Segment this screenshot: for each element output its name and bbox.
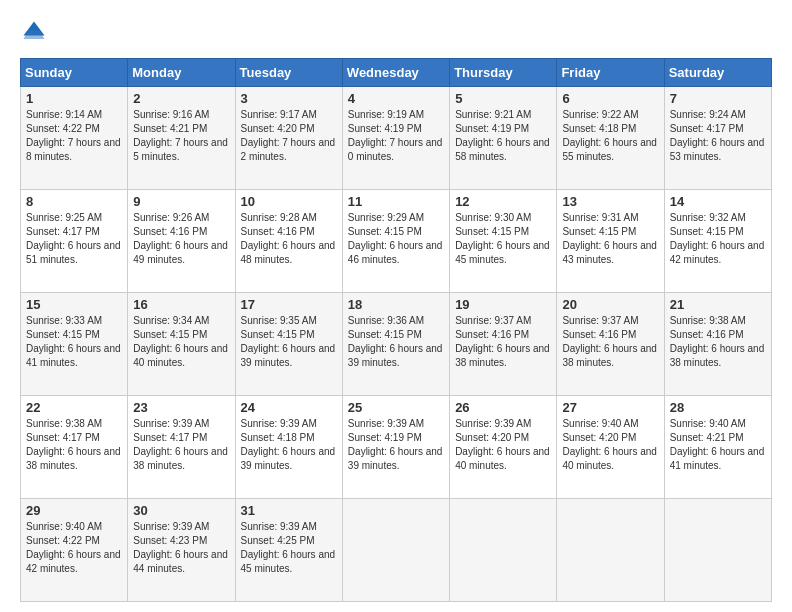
calendar-cell: 13Sunrise: 9:31 AMSunset: 4:15 PMDayligh…	[557, 190, 664, 293]
calendar-cell: 14Sunrise: 9:32 AMSunset: 4:15 PMDayligh…	[664, 190, 771, 293]
calendar-cell: 27Sunrise: 9:40 AMSunset: 4:20 PMDayligh…	[557, 396, 664, 499]
day-number: 2	[133, 91, 229, 106]
calendar-cell: 16Sunrise: 9:34 AMSunset: 4:15 PMDayligh…	[128, 293, 235, 396]
day-number: 14	[670, 194, 766, 209]
header	[20, 18, 772, 46]
day-number: 18	[348, 297, 444, 312]
day-number: 8	[26, 194, 122, 209]
day-number: 10	[241, 194, 337, 209]
cell-info: Sunrise: 9:31 AMSunset: 4:15 PMDaylight:…	[562, 212, 657, 265]
cell-info: Sunrise: 9:26 AMSunset: 4:16 PMDaylight:…	[133, 212, 228, 265]
day-number: 17	[241, 297, 337, 312]
calendar-cell: 17Sunrise: 9:35 AMSunset: 4:15 PMDayligh…	[235, 293, 342, 396]
cell-info: Sunrise: 9:40 AMSunset: 4:21 PMDaylight:…	[670, 418, 765, 471]
calendar-cell: 6Sunrise: 9:22 AMSunset: 4:18 PMDaylight…	[557, 87, 664, 190]
day-number: 12	[455, 194, 551, 209]
calendar-header-row: SundayMondayTuesdayWednesdayThursdayFrid…	[21, 59, 772, 87]
day-number: 27	[562, 400, 658, 415]
day-number: 5	[455, 91, 551, 106]
day-number: 9	[133, 194, 229, 209]
cell-info: Sunrise: 9:16 AMSunset: 4:21 PMDaylight:…	[133, 109, 228, 162]
calendar-week-3: 15Sunrise: 9:33 AMSunset: 4:15 PMDayligh…	[21, 293, 772, 396]
day-number: 31	[241, 503, 337, 518]
cell-info: Sunrise: 9:38 AMSunset: 4:17 PMDaylight:…	[26, 418, 121, 471]
day-number: 20	[562, 297, 658, 312]
day-number: 16	[133, 297, 229, 312]
logo	[20, 18, 52, 46]
calendar-cell: 18Sunrise: 9:36 AMSunset: 4:15 PMDayligh…	[342, 293, 449, 396]
cell-info: Sunrise: 9:29 AMSunset: 4:15 PMDaylight:…	[348, 212, 443, 265]
cell-info: Sunrise: 9:35 AMSunset: 4:15 PMDaylight:…	[241, 315, 336, 368]
cell-info: Sunrise: 9:34 AMSunset: 4:15 PMDaylight:…	[133, 315, 228, 368]
calendar-cell: 1Sunrise: 9:14 AMSunset: 4:22 PMDaylight…	[21, 87, 128, 190]
calendar-week-4: 22Sunrise: 9:38 AMSunset: 4:17 PMDayligh…	[21, 396, 772, 499]
cell-info: Sunrise: 9:39 AMSunset: 4:23 PMDaylight:…	[133, 521, 228, 574]
calendar-cell: 24Sunrise: 9:39 AMSunset: 4:18 PMDayligh…	[235, 396, 342, 499]
cell-info: Sunrise: 9:24 AMSunset: 4:17 PMDaylight:…	[670, 109, 765, 162]
cell-info: Sunrise: 9:39 AMSunset: 4:20 PMDaylight:…	[455, 418, 550, 471]
day-number: 7	[670, 91, 766, 106]
day-header-wednesday: Wednesday	[342, 59, 449, 87]
calendar-cell: 19Sunrise: 9:37 AMSunset: 4:16 PMDayligh…	[450, 293, 557, 396]
day-number: 13	[562, 194, 658, 209]
cell-info: Sunrise: 9:28 AMSunset: 4:16 PMDaylight:…	[241, 212, 336, 265]
day-number: 29	[26, 503, 122, 518]
calendar-cell: 8Sunrise: 9:25 AMSunset: 4:17 PMDaylight…	[21, 190, 128, 293]
calendar-cell: 31Sunrise: 9:39 AMSunset: 4:25 PMDayligh…	[235, 499, 342, 602]
day-header-monday: Monday	[128, 59, 235, 87]
calendar-cell	[450, 499, 557, 602]
cell-info: Sunrise: 9:30 AMSunset: 4:15 PMDaylight:…	[455, 212, 550, 265]
calendar-cell: 12Sunrise: 9:30 AMSunset: 4:15 PMDayligh…	[450, 190, 557, 293]
cell-info: Sunrise: 9:37 AMSunset: 4:16 PMDaylight:…	[455, 315, 550, 368]
calendar-cell: 4Sunrise: 9:19 AMSunset: 4:19 PMDaylight…	[342, 87, 449, 190]
calendar-cell: 15Sunrise: 9:33 AMSunset: 4:15 PMDayligh…	[21, 293, 128, 396]
day-number: 24	[241, 400, 337, 415]
calendar-week-2: 8Sunrise: 9:25 AMSunset: 4:17 PMDaylight…	[21, 190, 772, 293]
cell-info: Sunrise: 9:40 AMSunset: 4:22 PMDaylight:…	[26, 521, 121, 574]
cell-info: Sunrise: 9:36 AMSunset: 4:15 PMDaylight:…	[348, 315, 443, 368]
cell-info: Sunrise: 9:39 AMSunset: 4:25 PMDaylight:…	[241, 521, 336, 574]
day-header-sunday: Sunday	[21, 59, 128, 87]
day-number: 23	[133, 400, 229, 415]
day-header-tuesday: Tuesday	[235, 59, 342, 87]
calendar-cell	[664, 499, 771, 602]
calendar-cell: 23Sunrise: 9:39 AMSunset: 4:17 PMDayligh…	[128, 396, 235, 499]
day-number: 25	[348, 400, 444, 415]
calendar-cell: 5Sunrise: 9:21 AMSunset: 4:19 PMDaylight…	[450, 87, 557, 190]
day-number: 28	[670, 400, 766, 415]
day-number: 6	[562, 91, 658, 106]
cell-info: Sunrise: 9:21 AMSunset: 4:19 PMDaylight:…	[455, 109, 550, 162]
cell-info: Sunrise: 9:40 AMSunset: 4:20 PMDaylight:…	[562, 418, 657, 471]
calendar-cell	[342, 499, 449, 602]
calendar-cell	[557, 499, 664, 602]
calendar-cell: 26Sunrise: 9:39 AMSunset: 4:20 PMDayligh…	[450, 396, 557, 499]
calendar-cell: 10Sunrise: 9:28 AMSunset: 4:16 PMDayligh…	[235, 190, 342, 293]
day-number: 11	[348, 194, 444, 209]
day-number: 30	[133, 503, 229, 518]
cell-info: Sunrise: 9:39 AMSunset: 4:17 PMDaylight:…	[133, 418, 228, 471]
day-header-thursday: Thursday	[450, 59, 557, 87]
cell-info: Sunrise: 9:17 AMSunset: 4:20 PMDaylight:…	[241, 109, 336, 162]
calendar-cell: 28Sunrise: 9:40 AMSunset: 4:21 PMDayligh…	[664, 396, 771, 499]
day-number: 26	[455, 400, 551, 415]
calendar-cell: 20Sunrise: 9:37 AMSunset: 4:16 PMDayligh…	[557, 293, 664, 396]
day-number: 19	[455, 297, 551, 312]
cell-info: Sunrise: 9:25 AMSunset: 4:17 PMDaylight:…	[26, 212, 121, 265]
calendar-cell: 25Sunrise: 9:39 AMSunset: 4:19 PMDayligh…	[342, 396, 449, 499]
cell-info: Sunrise: 9:32 AMSunset: 4:15 PMDaylight:…	[670, 212, 765, 265]
day-header-saturday: Saturday	[664, 59, 771, 87]
cell-info: Sunrise: 9:33 AMSunset: 4:15 PMDaylight:…	[26, 315, 121, 368]
calendar-cell: 30Sunrise: 9:39 AMSunset: 4:23 PMDayligh…	[128, 499, 235, 602]
day-number: 4	[348, 91, 444, 106]
cell-info: Sunrise: 9:19 AMSunset: 4:19 PMDaylight:…	[348, 109, 443, 162]
calendar-cell: 7Sunrise: 9:24 AMSunset: 4:17 PMDaylight…	[664, 87, 771, 190]
cell-info: Sunrise: 9:14 AMSunset: 4:22 PMDaylight:…	[26, 109, 121, 162]
cell-info: Sunrise: 9:37 AMSunset: 4:16 PMDaylight:…	[562, 315, 657, 368]
calendar-cell: 21Sunrise: 9:38 AMSunset: 4:16 PMDayligh…	[664, 293, 771, 396]
cell-info: Sunrise: 9:39 AMSunset: 4:19 PMDaylight:…	[348, 418, 443, 471]
day-number: 1	[26, 91, 122, 106]
calendar-cell: 11Sunrise: 9:29 AMSunset: 4:15 PMDayligh…	[342, 190, 449, 293]
logo-icon	[20, 18, 48, 46]
calendar-cell: 29Sunrise: 9:40 AMSunset: 4:22 PMDayligh…	[21, 499, 128, 602]
calendar-cell: 2Sunrise: 9:16 AMSunset: 4:21 PMDaylight…	[128, 87, 235, 190]
